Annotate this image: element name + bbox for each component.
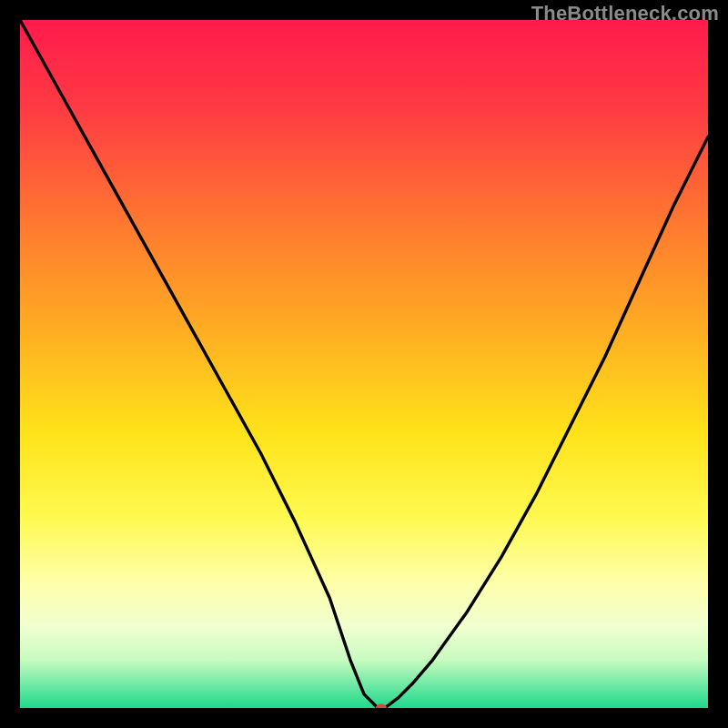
watermark-text: TheBottleneck.com — [531, 2, 719, 25]
bottleneck-chart — [20, 20, 708, 708]
chart-frame: TheBottleneck.com — [0, 0, 728, 728]
plot-background — [20, 20, 708, 708]
